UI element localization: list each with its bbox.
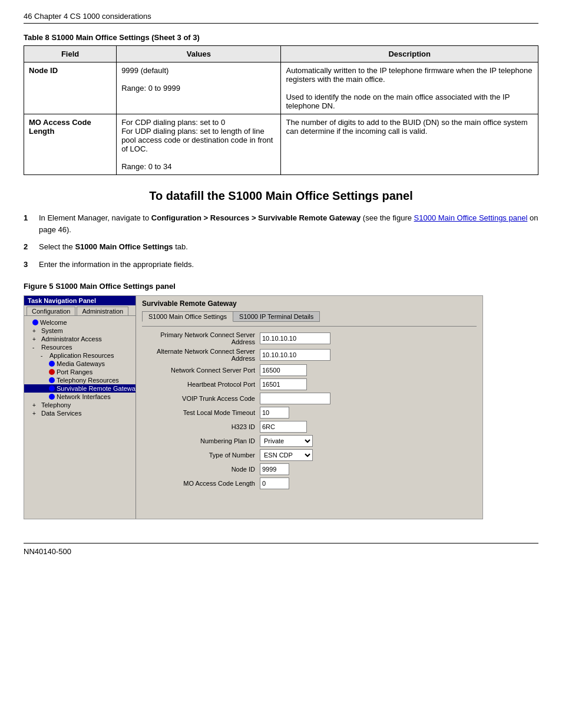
label-type-number: Type of Number — [142, 452, 260, 459]
nav-item-telephony-resources[interactable]: Telephony Resources — [24, 376, 135, 384]
form-row-local-mode: Test Local Mode Timeout — [142, 407, 477, 419]
nav-item-media-gateways[interactable]: Media Gateways — [24, 360, 135, 368]
input-local-mode[interactable] — [260, 407, 289, 419]
steps-list: 1 In Element Manager, navigate to Config… — [24, 212, 538, 270]
label-server-port: Network Connect Server Port — [142, 367, 260, 374]
bold-nav: Configuration > Resources > Survivable R… — [151, 213, 361, 222]
expand-icon: + — [32, 328, 39, 334]
tab-main-office-settings[interactable]: S1000 Main Office Settings — [142, 311, 233, 322]
input-server-port[interactable] — [260, 364, 307, 376]
nav-item-label: Data Services — [41, 410, 81, 417]
input-node-id[interactable] — [260, 463, 289, 475]
form-row-h323id: H323 ID — [142, 421, 477, 433]
bullet-icon — [49, 369, 55, 375]
label-numbering-plan: Numbering Plan ID — [142, 437, 260, 444]
list-item: 3 Enter the information in the appropria… — [24, 259, 538, 271]
header-text: 46 Chapter 4 CS 1000 considerations — [24, 12, 151, 21]
bullet-icon — [49, 361, 55, 367]
nav-item-label: Resources — [41, 344, 72, 351]
step-number: 2 — [24, 241, 33, 253]
nav-item-label: Welcome — [40, 319, 67, 326]
nav-item-label: Telephony — [41, 401, 71, 409]
nav-panel-title: Task Navigation Panel — [24, 296, 135, 305]
col-description: Description — [281, 46, 538, 62]
table-row: Node ID 9999 (default)Range: 0 to 9999 A… — [24, 62, 538, 114]
section-heading: To datafill the S1000 Main Office Settin… — [24, 189, 538, 203]
desc-mo-access: The number of digits to add to the BUID … — [281, 114, 538, 175]
form-row-server-port: Network Connect Server Port — [142, 364, 477, 376]
tab-ip-terminal-details[interactable]: S1000 IP Terminal Details — [233, 311, 320, 322]
nav-item-system[interactable]: + System — [24, 327, 135, 335]
nav-tabs: Configuration Administration — [24, 305, 135, 316]
step-text: Select the S1000 Main Office Settings ta… — [39, 241, 188, 253]
step-text: In Element Manager, navigate to Configur… — [39, 212, 538, 235]
label-alternate-server: Alternate Network Connect Server Address — [142, 348, 260, 362]
screenshot-panel: Task Navigation Panel Configuration Admi… — [24, 295, 483, 519]
bold-tab: S1000 Main Office Settings — [75, 242, 173, 251]
form-row-mo-access: MO Access Code Length — [142, 477, 477, 489]
nav-item-port-ranges[interactable]: Port Ranges — [24, 368, 135, 376]
form-row-type-number: Type of Number ESN CDP — [142, 449, 477, 461]
nav-item-label: System — [41, 327, 63, 334]
nav-tree: Welcome + System + Administrator Access … — [24, 316, 135, 420]
table-row: MO Access Code Length For CDP dialing pl… — [24, 114, 538, 175]
form-row-numbering-plan: Numbering Plan ID Private — [142, 435, 477, 447]
select-numbering-plan[interactable]: Private — [260, 435, 313, 447]
label-heartbeat-port: Heartbeat Protocol Port — [142, 381, 260, 388]
tab-underline — [142, 326, 477, 327]
nav-item-telephony[interactable]: + Telephony — [24, 401, 135, 409]
nav-item-network-interfaces[interactable]: Network Interfaces — [24, 393, 135, 401]
bullet-icon — [49, 377, 55, 383]
input-h323id[interactable] — [260, 421, 307, 433]
form-row-primary-server: Primary Network Connect Server Address — [142, 331, 477, 345]
nav-item-app-resources[interactable]: - Application Resources — [24, 351, 135, 360]
nav-item-welcome[interactable]: Welcome — [24, 318, 135, 327]
nav-item-label: Administrator Access — [41, 335, 102, 342]
input-alternate-server[interactable] — [260, 349, 330, 361]
nav-item-admin-access[interactable]: + Administrator Access — [24, 335, 135, 343]
nav-item-label: Survivable Remote Gateway — [57, 385, 135, 392]
input-primary-server[interactable] — [260, 332, 330, 344]
nav-tab-administration[interactable]: Administration — [77, 307, 128, 315]
nav-tab-configuration[interactable]: Configuration — [27, 307, 75, 315]
input-mo-access[interactable] — [260, 477, 289, 489]
input-voip-trunk[interactable] — [260, 393, 330, 404]
page-header: 46 Chapter 4 CS 1000 considerations — [24, 12, 538, 24]
input-heartbeat-port[interactable] — [260, 378, 307, 390]
list-item: 1 In Element Manager, navigate to Config… — [24, 212, 538, 235]
expand-icon: + — [32, 402, 39, 409]
label-h323id: H323 ID — [142, 423, 260, 430]
nav-item-label: Port Ranges — [57, 368, 92, 375]
expand-icon: - — [41, 353, 48, 359]
settings-table: Field Values Description Node ID 9999 (d… — [24, 45, 538, 175]
nav-item-label: Telephony Resources — [57, 377, 119, 384]
col-field: Field — [24, 46, 117, 62]
nav-item-data-services[interactable]: + Data Services — [24, 409, 135, 417]
nav-item-label: Network Interfaces — [57, 393, 111, 400]
nav-item-resources[interactable]: - Resources — [24, 343, 135, 351]
expand-icon: + — [32, 336, 39, 342]
values-node-id: 9999 (default)Range: 0 to 9999 — [117, 62, 281, 114]
tab-bar: S1000 Main Office Settings S1000 IP Term… — [142, 311, 477, 322]
bullet-icon — [49, 394, 55, 400]
nav-item-label: Application Resources — [49, 352, 114, 359]
figure-link[interactable]: S1000 Main Office Settings panel — [414, 213, 528, 222]
form-row-voip-trunk: VOIP Trunk Access Code — [142, 393, 477, 404]
label-voip-trunk: VOIP Trunk Access Code — [142, 395, 260, 402]
form-row-node-id: Node ID — [142, 463, 477, 475]
step-text: Enter the information in the appropriate… — [39, 259, 194, 271]
content-title: Survivable Remote Gateway — [142, 299, 477, 308]
field-node-id: Node ID — [24, 62, 117, 114]
label-node-id: Node ID — [142, 466, 260, 473]
nav-item-label: Media Gateways — [57, 360, 105, 367]
col-values: Values — [117, 46, 281, 62]
page-footer: NN40140-500 — [24, 543, 538, 556]
footer-text: NN40140-500 — [24, 547, 71, 556]
select-type-number[interactable]: ESN CDP — [260, 449, 313, 461]
bullet-icon — [32, 319, 38, 325]
desc-node-id: Automatically written to the IP telephon… — [281, 62, 538, 114]
content-panel: Survivable Remote Gateway S1000 Main Off… — [136, 296, 482, 519]
table-caption: Table 8 S1000 Main Office Settings (Shee… — [24, 33, 538, 42]
nav-item-survivable-gw[interactable]: Survivable Remote Gateway — [24, 384, 135, 393]
label-primary-server: Primary Network Connect Server Address — [142, 331, 260, 345]
